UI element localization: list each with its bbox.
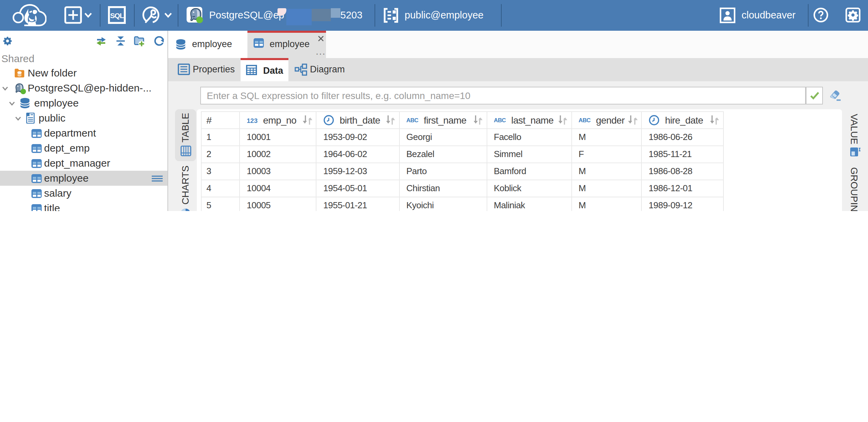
svg-text:SQL: SQL [110,12,124,19]
